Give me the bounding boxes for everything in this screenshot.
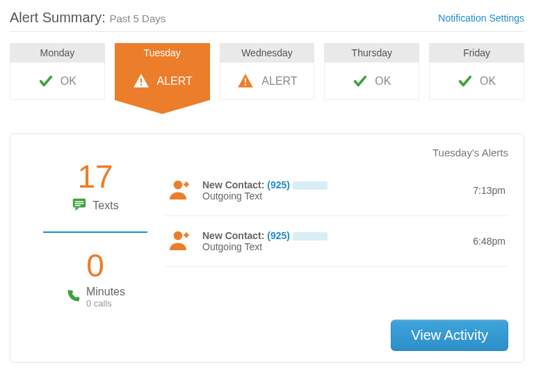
phone-icon — [65, 288, 81, 307]
minutes-label-row: Minutes 0 calls — [65, 286, 125, 309]
alert-number: (925) — [267, 179, 290, 190]
day-tab-friday[interactable]: Friday OK — [429, 43, 524, 100]
alert-icon — [132, 72, 150, 90]
check-icon — [458, 74, 473, 89]
notification-settings-link[interactable]: Notification Settings — [438, 13, 524, 24]
svg-rect-5 — [75, 201, 84, 202]
alert-sub: Outgoing Text — [202, 190, 262, 202]
day-label: Wednesday — [220, 43, 315, 63]
redacted-number — [293, 232, 327, 240]
alert-time: 6:48pm — [473, 236, 505, 247]
minutes-count: 0 — [86, 250, 104, 281]
calls-sub: 0 calls — [86, 298, 125, 309]
day-tab-thursday[interactable]: Thursday OK — [324, 43, 419, 100]
day-label: Monday — [10, 43, 105, 63]
day-tab-tuesday[interactable]: Tuesday ALERT — [115, 43, 210, 100]
day-status: OK — [429, 63, 524, 100]
svg-rect-6 — [75, 203, 84, 204]
day-label: Tuesday — [115, 43, 210, 63]
texts-label-row: Texts — [72, 197, 118, 215]
detail-panel: 17 Texts 0 Minutes 0 calls Tuesday's Ale… — [10, 133, 524, 363]
day-label: Thursday — [324, 43, 419, 63]
day-label: Friday — [429, 43, 524, 63]
chat-icon — [72, 197, 87, 215]
texts-label: Texts — [92, 199, 118, 212]
day-status: OK — [324, 63, 419, 100]
page-header: Alert Summary: Past 5 Days Notification … — [10, 10, 524, 32]
alert-info: New Contact: (925) Outgoing Text — [202, 230, 463, 252]
svg-rect-1 — [140, 84, 141, 85]
alert-number: (925) — [267, 230, 290, 241]
alerts-column: Tuesday's Alerts New Contact: (925) Outg… — [165, 147, 508, 351]
day-tab-wednesday[interactable]: Wednesday ALERT — [220, 43, 315, 100]
day-status-text: ALERT — [157, 75, 193, 88]
day-tabs: Monday OK Tuesday ALERT Wednesday ALERT … — [10, 43, 524, 120]
day-status: OK — [10, 63, 105, 100]
day-tab-monday[interactable]: Monday OK — [10, 43, 105, 100]
stats-divider — [43, 231, 147, 233]
stats-column: 17 Texts 0 Minutes 0 calls — [26, 147, 165, 351]
day-status: ALERT — [220, 63, 315, 100]
svg-point-9 — [174, 231, 183, 240]
svg-rect-2 — [245, 78, 246, 83]
minutes-label: Minutes — [86, 286, 125, 298]
alert-label: New Contact: — [202, 179, 264, 190]
view-activity-button[interactable]: View Activity — [391, 320, 508, 351]
alert-sub: Outgoing Text — [202, 241, 262, 252]
svg-rect-3 — [245, 83, 246, 85]
title-text: Alert Summary: — [10, 10, 106, 25]
alert-time: 7:13pm — [473, 185, 505, 196]
day-status-text: ALERT — [261, 75, 297, 88]
title-subtitle: Past 5 Days — [109, 13, 165, 24]
day-status: ALERT — [115, 63, 210, 100]
alert-icon — [236, 72, 254, 90]
svg-rect-0 — [140, 79, 141, 83]
day-status-text: OK — [60, 75, 76, 88]
svg-rect-7 — [75, 205, 81, 206]
person-add-icon — [168, 177, 193, 204]
day-status-text: OK — [375, 75, 391, 88]
check-icon — [38, 74, 54, 89]
alert-info: New Contact: (925) Outgoing Text — [202, 179, 463, 202]
day-status-text: OK — [480, 75, 496, 88]
check-icon — [353, 74, 368, 89]
texts-count: 17 — [77, 161, 113, 193]
alert-row[interactable]: New Contact: (925) Outgoing Text 6:48pm — [165, 216, 508, 267]
svg-point-8 — [174, 181, 183, 190]
alerts-title: Tuesday's Alerts — [165, 147, 508, 158]
alert-label: New Contact: — [202, 230, 264, 241]
redacted-number — [293, 181, 327, 190]
alert-row[interactable]: New Contact: (925) Outgoing Text 7:13pm — [165, 165, 508, 216]
person-add-icon — [168, 227, 193, 255]
page-title: Alert Summary: Past 5 Days — [10, 10, 165, 26]
